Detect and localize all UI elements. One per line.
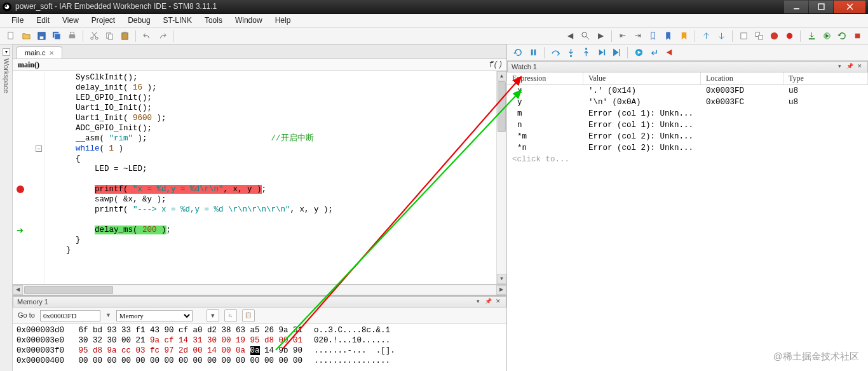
step-out-icon[interactable] <box>579 46 593 60</box>
watch-row[interactable]: y'\n' (0x0A)0x0003FCu8 <box>507 97 868 108</box>
watch-add-row[interactable]: <click to... <box>507 154 868 165</box>
code-area[interactable]: SysClkInit(); delay_init( 16 ); LED_GPIO… <box>44 71 496 284</box>
run-to-cursor-icon[interactable] <box>609 46 623 60</box>
memory-toolbtn-1[interactable]: ▾ <box>207 309 219 322</box>
go-down-icon[interactable] <box>714 29 728 43</box>
code-line[interactable]: LED = ~LED; <box>47 164 496 174</box>
watch-col-type[interactable]: Type <box>783 72 868 84</box>
scroll-thumb-h[interactable] <box>24 286 113 294</box>
save-all-icon[interactable] <box>50 29 64 43</box>
code-line[interactable]: ADC_GPIO_Init(); <box>47 123 496 133</box>
code-line[interactable]: SysClkInit(); <box>47 72 496 83</box>
scroll-down-button[interactable]: ▼ <box>497 274 506 284</box>
go-up-icon[interactable] <box>699 29 713 43</box>
memory-toolbtn-2[interactable]: i↓ <box>224 309 237 322</box>
memory-zone-select[interactable]: Memory <box>116 310 193 321</box>
code-line[interactable]: } <box>47 235 496 245</box>
code-line[interactable]: { <box>47 154 496 164</box>
code-line[interactable]: while( 1 ) <box>47 144 496 154</box>
paste-icon[interactable] <box>118 29 132 43</box>
menu-edit[interactable]: Edit <box>30 15 56 27</box>
code-line[interactable]: sawp( &x, &y ); <box>47 194 496 205</box>
maximize-button[interactable] <box>809 1 833 13</box>
bookmark-prev-icon[interactable] <box>646 29 660 43</box>
stop-debug-icon[interactable] <box>850 29 864 43</box>
watch-row[interactable]: *nError (col 2): Unkn... <box>507 142 868 154</box>
code-line[interactable] <box>47 215 496 225</box>
nav-forward-icon[interactable]: ▶ <box>593 29 607 43</box>
editor-gutter[interactable]: −➔ <box>13 71 44 284</box>
workspace-pin-icon[interactable]: ▾ <box>3 48 10 56</box>
watch-row[interactable]: nError (col 1): Unkn... <box>507 119 868 131</box>
next-statement-icon[interactable] <box>594 46 608 60</box>
compile-icon[interactable] <box>736 29 750 43</box>
menu-st-link[interactable]: ST-LINK <box>157 15 198 27</box>
download-debug-icon[interactable] <box>804 29 818 43</box>
step-into-icon[interactable] <box>564 46 578 60</box>
make-icon[interactable] <box>752 29 766 43</box>
watch-table-header[interactable]: Expression Value Location Type <box>507 72 868 85</box>
scroll-up-button[interactable]: ▲ <box>497 71 506 81</box>
workspace-sidebar[interactable]: ▾ Workspace <box>0 44 13 371</box>
watch-row[interactable]: *mError (col 2): Unkn... <box>507 131 868 142</box>
close-button[interactable] <box>834 1 865 13</box>
watch-col-value[interactable]: Value <box>583 72 701 84</box>
breakpoint-marker[interactable] <box>17 186 24 193</box>
code-line[interactable]: Uart1_Init( 9600 ); <box>47 113 496 123</box>
code-line[interactable]: Uart1_IO_Init(); <box>47 103 496 113</box>
code-line[interactable]: delay_init( 16 ); <box>47 83 496 93</box>
stop-icon[interactable] <box>662 46 676 60</box>
code-line[interactable]: __asm( "rim" ); //开启中断 <box>47 133 496 144</box>
memory-panel-header[interactable]: Memory 1 ▾ 📌 ✕ <box>13 296 506 307</box>
restart-icon[interactable] <box>835 29 849 43</box>
new-file-icon[interactable] <box>4 29 18 43</box>
menu-tools[interactable]: Tools <box>198 15 229 27</box>
watch-panel-header[interactable]: Watch 1 ▾ 📌 ✕ <box>507 61 868 72</box>
panel-pin-icon[interactable]: 📌 <box>484 298 492 306</box>
break-icon[interactable] <box>526 46 540 60</box>
close-tab-icon[interactable]: ✕ <box>49 49 54 57</box>
save-icon[interactable] <box>34 29 48 43</box>
panel-dropdown-icon[interactable]: ▾ <box>836 63 843 71</box>
watch-col-expression[interactable]: Expression <box>507 72 583 84</box>
cut-icon[interactable] <box>87 29 101 43</box>
minimize-button[interactable] <box>784 1 808 13</box>
debug-no-download-icon[interactable] <box>820 29 834 43</box>
memory-row[interactable]: 0x000003f0 95 d8 9a cc 03 fc 97 2d 00 14… <box>17 346 503 356</box>
code-line[interactable]: printf( "x = %d,y = %d\r\n", x, y ); <box>47 184 496 194</box>
panel-close-icon[interactable]: ✕ <box>494 298 502 306</box>
memory-hex-view[interactable]: 0x000003d0 6f bd 93 33 f1 43 90 cf a0 d2… <box>13 324 506 371</box>
scroll-right-button[interactable]: ▶ <box>496 285 506 295</box>
panel-close-icon[interactable]: ✕ <box>856 63 864 71</box>
redo-icon[interactable] <box>155 29 169 43</box>
scroll-left-button[interactable]: ◀ <box>13 285 23 295</box>
memory-row[interactable]: 0x000003d0 6f bd 93 33 f1 43 90 cf a0 d2… <box>17 325 503 335</box>
print-icon[interactable] <box>65 29 79 43</box>
watch-click-hint[interactable]: <click to... <box>507 154 583 165</box>
goto-address-input[interactable] <box>40 310 100 321</box>
reset-icon[interactable] <box>511 46 525 60</box>
menu-file[interactable]: File <box>5 15 30 27</box>
menu-view[interactable]: View <box>56 15 85 27</box>
nav-back-icon[interactable]: ◀ <box>563 29 577 43</box>
menu-window[interactable]: Window <box>229 15 269 27</box>
code-line[interactable] <box>47 174 496 184</box>
panel-pin-icon[interactable]: 📌 <box>846 63 853 71</box>
bookmark-toggle-icon[interactable] <box>677 29 691 43</box>
memory-row[interactable]: 0x00000400 00 00 00 00 00 00 00 00 00 00… <box>17 356 503 366</box>
undo-icon[interactable] <box>140 29 154 43</box>
copy-icon[interactable] <box>102 29 116 43</box>
breakpoint-icon[interactable] <box>782 29 796 43</box>
vertical-scrollbar[interactable]: ▲ ▼ <box>496 71 506 284</box>
menu-debug[interactable]: Debug <box>121 15 156 27</box>
search-icon[interactable] <box>578 29 592 43</box>
menu-help[interactable]: Help <box>269 15 297 27</box>
file-tab-main-c[interactable]: main.c ✕ <box>17 46 62 58</box>
function-dropdown-bar[interactable]: main() f() <box>13 58 506 71</box>
panel-dropdown-icon[interactable]: ▾ <box>474 298 482 306</box>
watch-row[interactable]: x'.' (0x14)0x0003FDu8 <box>507 85 868 97</box>
horizontal-scrollbar[interactable]: ◀ ▶ <box>13 285 506 295</box>
code-editor[interactable]: −➔ SysClkInit(); delay_init( 16 ); LED_G… <box>13 71 506 285</box>
return-icon[interactable] <box>647 46 661 60</box>
stop-build-icon[interactable] <box>767 29 781 43</box>
